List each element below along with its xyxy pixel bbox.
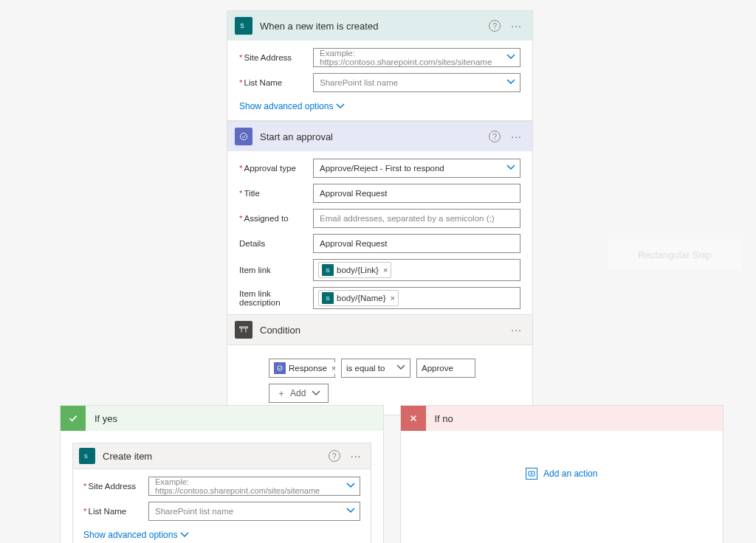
- more-icon[interactable]: ···: [508, 20, 525, 32]
- condition-icon: [235, 321, 252, 339]
- trigger-card: S When a new item is created ? ··· *Site…: [227, 10, 533, 121]
- item-link-desc-label: Item link description: [239, 289, 313, 307]
- more-icon[interactable]: ···: [348, 450, 365, 462]
- title-input[interactable]: Approval Request: [313, 184, 520, 203]
- condition-card: Condition ··· Response × is equal to: [227, 314, 533, 415]
- remove-token-icon[interactable]: ×: [389, 294, 395, 302]
- svg-point-7: [278, 366, 283, 371]
- help-icon[interactable]: ?: [489, 131, 501, 142]
- details-input[interactable]: Approval Request: [313, 234, 520, 253]
- site-address-label: *Site Address: [83, 482, 148, 491]
- create-item-card: S Create item ? ··· *Site Address Exampl…: [72, 443, 371, 543]
- create-item-title: Create item: [103, 451, 321, 462]
- approval-icon: [235, 128, 252, 145]
- trigger-title: When a new item is created: [260, 21, 481, 32]
- svg-point-2: [240, 133, 247, 139]
- remove-token-icon[interactable]: ×: [382, 266, 388, 274]
- help-icon[interactable]: ?: [329, 450, 340, 462]
- assigned-input[interactable]: Email addresses, separated by a semicolo…: [313, 209, 520, 228]
- assigned-label: *Assigned to: [239, 214, 313, 223]
- chevron-down-icon: [346, 481, 355, 491]
- condition-value-input[interactable]: Approve: [416, 359, 475, 378]
- remove-token-icon[interactable]: ×: [330, 364, 336, 373]
- if-no-branch: If no Add an action: [400, 405, 724, 543]
- site-address-label: *Site Address: [239, 53, 313, 62]
- approval-header[interactable]: Start an approval ? ···: [227, 122, 532, 151]
- list-name-label: *List Name: [83, 507, 148, 516]
- approval-title: Start an approval: [260, 131, 481, 142]
- dynamic-token[interactable]: Response ×: [274, 362, 336, 374]
- title-label: *Title: [239, 189, 313, 198]
- chevron-down-icon: [506, 77, 515, 88]
- if-yes-label: If yes: [94, 413, 117, 424]
- if-no-header[interactable]: If no: [401, 406, 724, 431]
- site-address-input[interactable]: Example: https://contoso.sharepoint.com/…: [313, 48, 520, 67]
- approval-type-label: *Approval type: [239, 164, 313, 173]
- dynamic-token[interactable]: S body/{Link} ×: [318, 262, 391, 278]
- approval-icon: [274, 362, 286, 374]
- sharepoint-icon: S: [322, 264, 334, 276]
- more-icon[interactable]: ···: [508, 131, 525, 142]
- help-icon[interactable]: ?: [489, 20, 501, 32]
- trigger-header[interactable]: S When a new item is created ? ···: [227, 11, 532, 41]
- chevron-down-icon: [506, 163, 515, 173]
- if-yes-header[interactable]: If yes: [61, 406, 383, 431]
- plus-icon: [526, 468, 537, 480]
- show-advanced-link[interactable]: Show advanced options: [83, 530, 189, 540]
- list-name-input[interactable]: SharePoint list name: [148, 502, 360, 521]
- sharepoint-icon: S: [322, 292, 334, 304]
- svg-text:S: S: [84, 454, 88, 459]
- item-link-input[interactable]: S body/{Link} ×: [313, 259, 520, 281]
- chevron-down-icon: [396, 363, 405, 373]
- chevron-down-icon: [346, 506, 355, 516]
- add-action-button[interactable]: Add an action: [401, 431, 724, 516]
- close-icon: [401, 406, 426, 431]
- condition-left-input[interactable]: Response ×: [269, 359, 335, 378]
- sharepoint-icon: S: [235, 17, 252, 35]
- add-condition-button[interactable]: ＋ Add: [269, 384, 329, 403]
- chevron-down-icon: [506, 52, 515, 63]
- list-name-input[interactable]: SharePoint list name: [313, 73, 520, 92]
- approval-type-input[interactable]: Approve/Reject - First to respond: [313, 159, 520, 178]
- site-address-input[interactable]: Example: https://contoso.sharepoint.com/…: [148, 477, 360, 496]
- more-icon[interactable]: ···: [508, 324, 525, 336]
- item-link-label: Item link: [239, 266, 313, 274]
- create-item-header[interactable]: S Create item ? ···: [73, 443, 371, 469]
- list-name-label: *List Name: [239, 78, 313, 87]
- if-yes-branch: If yes S Create item ? ··· *Site Address…: [60, 405, 384, 543]
- item-link-desc-input[interactable]: S body/{Name} ×: [313, 287, 520, 309]
- dynamic-token[interactable]: S body/{Name} ×: [318, 290, 399, 306]
- sharepoint-icon: S: [79, 448, 95, 464]
- condition-operator-select[interactable]: is equal to: [341, 359, 410, 378]
- svg-text:S: S: [240, 23, 244, 30]
- svg-rect-4: [240, 327, 248, 328]
- check-icon: [61, 406, 86, 431]
- if-no-label: If no: [435, 413, 453, 424]
- details-label: Details: [239, 239, 313, 248]
- condition-header[interactable]: Condition ···: [227, 315, 532, 345]
- condition-title: Condition: [260, 325, 501, 336]
- plus-icon: ＋: [277, 387, 286, 400]
- snip-watermark: Rectangular Snip: [608, 240, 741, 269]
- show-advanced-link[interactable]: Show advanced options: [239, 101, 345, 111]
- approval-card: Start an approval ? ··· *Approval type A…: [227, 121, 533, 338]
